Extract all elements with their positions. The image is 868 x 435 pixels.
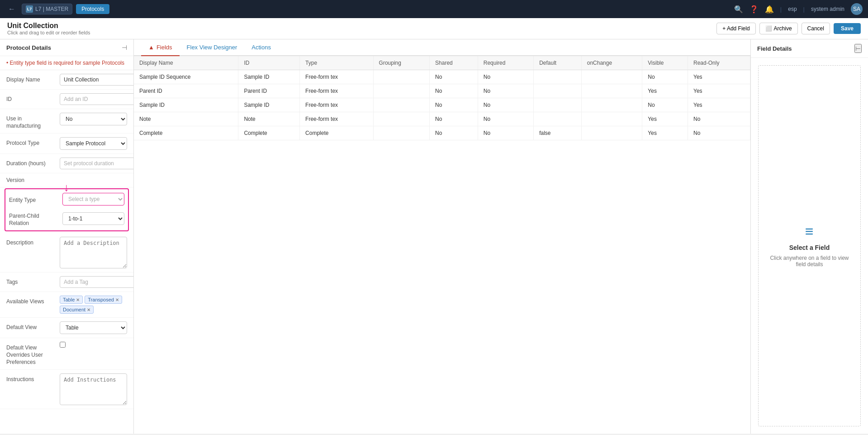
cancel-button[interactable]: Cancel	[802, 23, 830, 34]
default-view-select[interactable]: Table Transposed Document	[60, 321, 127, 334]
table-cell: Sample ID	[238, 98, 300, 112]
sidebar-collapse-button[interactable]: ⊣	[122, 44, 127, 51]
table-cell: Yes	[642, 84, 688, 98]
tags-input[interactable]	[60, 276, 134, 288]
table-cell	[373, 70, 430, 84]
col-visible: Visible	[642, 56, 688, 70]
tab-warning-icon: ▲	[148, 44, 154, 51]
save-button[interactable]: Save	[834, 23, 861, 34]
entity-type-select[interactable]: Select a type	[62, 193, 124, 206]
protocol-type-label: Protocol Type	[6, 137, 56, 147]
left-sidebar: Protocol Details ⊣ Entity type field is …	[0, 39, 134, 434]
right-panel-title: Field Details	[757, 45, 792, 52]
tag-document: Document ✕	[60, 306, 94, 314]
table-row[interactable]: CompleteCompleteCompleteNoNofalseYesNo	[134, 126, 750, 140]
use-in-mfg-select[interactable]: No Yes	[60, 113, 127, 125]
table-cell: No	[642, 70, 688, 84]
back-button[interactable]: ←	[5, 3, 18, 15]
tag-document-remove[interactable]: ✕	[87, 307, 90, 312]
table-cell	[373, 98, 430, 112]
table-cell: Free-form tex	[300, 98, 373, 112]
duration-input[interactable]	[60, 158, 134, 169]
table-cell: No	[688, 112, 750, 126]
table-cell: No	[430, 98, 478, 112]
protocols-button[interactable]: Protocols	[76, 4, 109, 14]
tag-transposed: Transposed ✕	[85, 296, 122, 304]
table-cell: Sample ID	[238, 70, 300, 84]
bell-icon[interactable]: 🔔	[765, 5, 774, 14]
available-views-label: Available Views	[6, 296, 56, 306]
entity-type-group: Entity Type Select a type	[7, 191, 126, 208]
table-cell	[581, 70, 642, 84]
display-name-group: Display Name	[0, 70, 133, 90]
table-cell: Parent ID	[134, 84, 238, 98]
search-icon[interactable]: 🔍	[734, 5, 743, 14]
tag-transposed-label: Transposed	[88, 297, 114, 302]
table-row[interactable]: Sample ID SequenceSample IDFree-form tex…	[134, 70, 750, 84]
table-header-row: Display Name ID Type Grouping Shared Req…	[134, 56, 750, 70]
default-view-group: Default View Table Transposed Document	[0, 318, 133, 338]
help-icon[interactable]: ❓	[749, 5, 759, 14]
table-cell: Complete	[238, 126, 300, 140]
table-cell: No	[430, 70, 478, 84]
fields-table-container: Display Name ID Type Grouping Shared Req…	[134, 56, 750, 434]
sidebar-error: Entity type field is required for sample…	[0, 56, 133, 70]
duration-label: Duration (hours)	[6, 158, 56, 167]
col-readonly: Read-Only	[688, 56, 750, 70]
tags-group: Tags	[0, 272, 133, 292]
table-cell	[534, 84, 582, 98]
col-shared: Shared	[430, 56, 478, 70]
default-view-label: Default View	[6, 321, 56, 331]
table-cell	[373, 84, 430, 98]
available-views-tags: Table ✕ Transposed ✕ Document ✕	[60, 296, 127, 314]
parent-child-select[interactable]: 1-to-1 1-to-many many-to-many	[62, 212, 124, 225]
tags-label: Tags	[6, 276, 56, 286]
table-row[interactable]: Parent IDParent IDFree-form texNoNoYesYe…	[134, 84, 750, 98]
description-group: Description	[0, 233, 133, 272]
display-name-input[interactable]	[60, 74, 134, 86]
table-cell: Parent ID	[238, 84, 300, 98]
col-grouping: Grouping	[373, 56, 430, 70]
table-row[interactable]: Sample IDSample IDFree-form texNoNoNoYes	[134, 98, 750, 112]
col-onchange: onChange	[581, 56, 642, 70]
available-views-group: Available Views Table ✕ Transposed ✕ Doc…	[0, 292, 133, 318]
table-cell: No	[478, 126, 533, 140]
tag-table-remove[interactable]: ✕	[76, 297, 80, 302]
override-checkbox[interactable]	[60, 342, 66, 348]
protocol-type-select[interactable]: Sample Protocol Standard Protocol	[60, 137, 127, 150]
table-row[interactable]: NoteNoteFree-form texNoNoYesNo	[134, 112, 750, 126]
tab-fields[interactable]: ▲ Fields	[141, 39, 180, 56]
table-cell: Free-form tex	[300, 70, 373, 84]
sidebar-title: Protocol Details	[6, 44, 51, 51]
tab-bar: ▲ Fields Flex View Designer Actions	[134, 39, 750, 56]
nav-divider2: |	[803, 6, 805, 13]
table-cell: Yes	[642, 112, 688, 126]
tab-flex-view[interactable]: Flex View Designer	[180, 39, 245, 56]
table-cell	[581, 84, 642, 98]
app-icon: L7	[26, 5, 33, 13]
table-cell: Yes	[688, 84, 750, 98]
col-default: Default	[534, 56, 582, 70]
nav-username: system admin	[811, 6, 844, 12]
parent-child-group: Parent-Child Relation 1-to-1 1-to-many m…	[7, 208, 126, 229]
add-field-button[interactable]: + Add Field	[716, 23, 755, 34]
table-cell: No	[430, 112, 478, 126]
archive-button[interactable]: ⬜ Archive	[759, 23, 798, 34]
description-textarea[interactable]	[60, 237, 127, 268]
default-view-override-label: Default View Overrides User Preferences	[6, 342, 56, 366]
right-panel-expand-button[interactable]: ⊢	[854, 44, 862, 53]
id-input[interactable]	[60, 93, 134, 105]
page-header-left: Unit Collection Click and drag to edit o…	[7, 22, 90, 35]
table-cell: false	[534, 126, 582, 140]
table-cell	[534, 70, 582, 84]
table-cell: Sample ID	[134, 98, 238, 112]
tab-flex-view-label: Flex View Designer	[187, 44, 237, 51]
tag-transposed-remove[interactable]: ✕	[115, 297, 119, 302]
override-checkbox-row	[60, 342, 127, 348]
table-cell: No	[642, 98, 688, 112]
instructions-textarea[interactable]	[60, 373, 127, 405]
tab-actions[interactable]: Actions	[244, 39, 278, 56]
id-label: ID	[6, 93, 56, 103]
col-display-name: Display Name	[134, 56, 238, 70]
table-cell: Note	[238, 112, 300, 126]
